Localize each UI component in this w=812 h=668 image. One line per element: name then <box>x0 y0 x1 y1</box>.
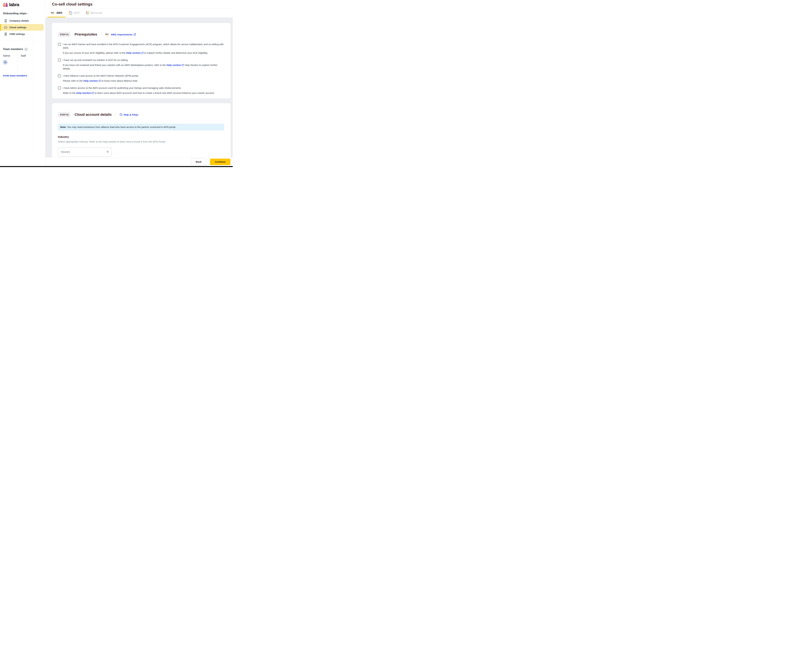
note-text-before: Refer to the <box>63 92 76 94</box>
bottom-edge-bar <box>0 166 233 167</box>
external-link-icon <box>182 64 184 66</box>
tab-microsoft[interactable]: Microsoft <box>83 8 105 17</box>
tab-label: GCP <box>74 12 79 15</box>
note-text-before: If you have not reviewed and linked your… <box>63 63 166 67</box>
industry-hint: Select appropriate industry. Refer to th… <box>58 140 224 143</box>
brand-logo: labra <box>0 2 45 8</box>
cloud-icon <box>4 26 7 29</box>
link-label: Help section <box>84 79 98 83</box>
app: labra Onboarding steps - Company details <box>0 0 233 167</box>
external-link-icon <box>141 52 144 54</box>
step2-title: Cloud account details <box>75 112 112 117</box>
checkbox-row: I have Admin access to the AWS account u… <box>58 86 224 95</box>
external-link-icon <box>92 92 94 94</box>
sidebar-item-label: Company details <box>9 19 29 22</box>
help-section-link[interactable]: Help section <box>84 79 101 83</box>
checkbox-label: I have set up and reviewed my solution i… <box>63 58 224 62</box>
note-text-before: If you are unsure of your ACE eligibilit… <box>63 52 126 54</box>
link-label: Help & FAQs <box>124 113 138 116</box>
note-label: Note: <box>60 126 67 129</box>
link-label: Help section <box>166 63 181 67</box>
sidebar-item-company-details[interactable]: Company details <box>0 17 44 24</box>
microsoft-logo-icon <box>86 12 89 15</box>
info-icon[interactable] <box>25 48 28 51</box>
team-members-section: Team members Admin G Staff <box>0 48 45 77</box>
team-members-title: Team members <box>3 48 23 51</box>
back-button[interactable]: Back <box>191 159 206 165</box>
checkbox-row: I am an AWS Partner and have enrolled in… <box>58 43 224 55</box>
help-section-link[interactable]: Help section <box>126 51 144 55</box>
industry-select-value: Industry <box>61 150 70 154</box>
note-text-before: Please refer to the <box>63 79 84 82</box>
external-link-icon <box>99 80 101 82</box>
help-section-link[interactable]: Help Section <box>76 91 94 95</box>
external-link-icon <box>134 33 136 36</box>
tab-gcp[interactable]: GCP <box>65 8 83 17</box>
checkbox[interactable] <box>58 74 61 77</box>
prerequisites-card: STEP 01 Prerequisites aws AWS requiremen… <box>52 23 231 99</box>
brand-name: labra <box>9 2 19 7</box>
invite-team-members-link[interactable]: Invite team members <box>3 74 45 77</box>
help-faqs-link[interactable]: Help & FAQs <box>119 113 138 116</box>
page-header: Co-sell cloud settings <box>45 0 233 8</box>
sidebar-item-label: CRM settings <box>9 33 25 35</box>
checkbox[interactable] <box>58 43 61 46</box>
page-title: Co-sell cloud settings <box>52 2 92 7</box>
checkbox-row: I have Alliance Lead access to the AWS P… <box>58 74 224 83</box>
team-admin-column: Admin G <box>3 54 18 70</box>
footer-action-bar: Back Continue <box>45 157 233 166</box>
gcp-logo-icon <box>69 11 72 15</box>
aws-requirements-link[interactable]: AWS requirements <box>111 33 136 36</box>
svg-text:aws: aws <box>51 12 54 13</box>
avatar[interactable]: G <box>3 60 8 65</box>
chevron-down-icon <box>107 152 109 153</box>
content-area: STEP 01 Prerequisites aws AWS requiremen… <box>45 17 233 167</box>
note-text-after: to know more about Alliance lead. <box>101 79 138 82</box>
step-badge: STEP 02 <box>58 112 70 117</box>
sidebar-nav: Company details Cloud settings <box>0 17 45 40</box>
svg-text:aws: aws <box>105 33 109 35</box>
building-icon <box>4 19 7 22</box>
help-section-link[interactable]: Help section <box>166 63 184 67</box>
sidebar-item-cloud-settings[interactable]: Cloud settings <box>0 24 44 31</box>
note-text-after: to explore further details and determine… <box>144 52 208 54</box>
crm-icon <box>4 32 7 36</box>
main-area: Co-sell cloud settings aws AWS <box>45 0 233 167</box>
checkbox-note: If you are unsure of your ACE eligibilit… <box>63 51 224 55</box>
checkbox[interactable] <box>58 87 61 89</box>
step1-title: Prerequisites <box>75 32 97 37</box>
checkbox-label: I have Admin access to the AWS account u… <box>63 86 224 90</box>
aws-logo-icon: aws <box>51 12 55 15</box>
industry-select[interactable]: Industry <box>58 147 112 157</box>
aws-logo-icon: aws <box>105 33 109 36</box>
sidebar: labra Onboarding steps - Company details <box>0 0 45 167</box>
sidebar-item-label: Cloud settings <box>9 26 26 29</box>
note-text: You may need assistance from alliance le… <box>67 126 176 129</box>
tab-label: AWS <box>56 12 62 15</box>
header-divider <box>101 31 101 38</box>
checkbox-label: I am an AWS Partner and have enrolled in… <box>63 43 224 50</box>
note-banner: Note: You may need assistance from allia… <box>58 124 224 130</box>
staff-column-label: Staff <box>21 54 26 57</box>
checkbox-note: Please refer to the Help section to know… <box>63 79 224 83</box>
checkbox[interactable] <box>58 58 61 62</box>
labra-logo-icon <box>3 2 8 7</box>
link-label: AWS requirements <box>111 33 132 36</box>
continue-button[interactable]: Continue <box>210 159 231 165</box>
sidebar-item-crm-settings[interactable]: CRM settings <box>0 31 44 37</box>
tab-aws[interactable]: aws AWS <box>47 8 65 17</box>
cloud-tabs: aws AWS GCP Microsof <box>45 8 233 17</box>
link-label: Help Section <box>76 91 91 95</box>
tab-label: Microsoft <box>90 12 102 15</box>
team-staff-column: Staff <box>21 54 26 70</box>
step-badge: STEP 01 <box>58 32 70 37</box>
industry-label: Industry <box>58 135 224 139</box>
onboarding-steps-title: Onboarding steps - <box>3 12 45 15</box>
checkbox-note: Refer to the Help Section to learn more … <box>63 91 224 95</box>
note-text-after: to learn more about AWS accounts and how… <box>94 92 214 94</box>
admin-column-label: Admin <box>3 54 18 57</box>
info-circle-icon <box>119 113 122 116</box>
checkbox-row: I have set up and reviewed my solution i… <box>58 58 224 70</box>
checkbox-note: If you have not reviewed and linked your… <box>63 63 224 70</box>
link-label: Help section <box>126 51 141 55</box>
